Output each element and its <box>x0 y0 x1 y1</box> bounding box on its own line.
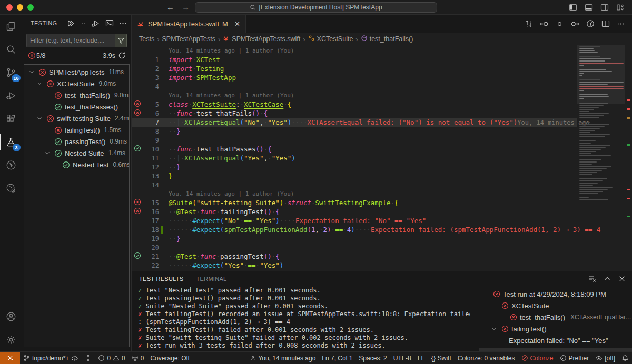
run-tests-timer-icon[interactable] <box>586 19 595 28</box>
test-result-item[interactable]: failingTest() <box>479 323 632 335</box>
code-line-10[interactable]: 10··func·test_thatPasses()·{ <box>132 145 577 154</box>
test-results-log[interactable]: ✓ Test "Nested Test" passed after 0.001 … <box>132 287 470 350</box>
go-forward-button[interactable]: → <box>182 3 190 12</box>
code-line-22[interactable]: 22······#expect("Yes"·==·"Yes") <box>132 261 577 270</box>
code-line-12[interactable]: 12··} <box>132 163 577 171</box>
code-line-14[interactable]: 14 <box>132 180 577 189</box>
test-tree-item[interactable]: Nested Test0.6ms <box>24 159 129 170</box>
code-line-7[interactable]: 7··|·XCTAssertEqual("No",·"Yes")····XCTA… <box>132 118 577 127</box>
code-line-19[interactable]: 19··} <box>132 234 577 243</box>
run-dropdown-chevron-icon[interactable] <box>81 21 86 26</box>
extensions-icon[interactable] <box>0 107 22 130</box>
gutter-test-passed-icon[interactable] <box>134 145 141 154</box>
eol-status[interactable]: LF <box>414 352 428 364</box>
run-all-tests-icon[interactable] <box>67 19 76 28</box>
indentation-status[interactable]: Spaces: 2 <box>355 352 390 364</box>
test-tree-item[interactable]: test_thatPasses() <box>24 101 129 113</box>
more-actions-icon[interactable] <box>119 19 127 27</box>
remote-indicator[interactable] <box>0 352 20 364</box>
toggle-secondary-sidebar-icon[interactable] <box>600 3 609 12</box>
explorer-icon[interactable] <box>0 15 22 38</box>
toggle-primary-sidebar-icon[interactable] <box>569 3 577 12</box>
settings-gear-icon[interactable] <box>0 328 22 351</box>
test-tree-item[interactable]: XCTestSuite9.0ms <box>24 78 129 89</box>
code-line-9[interactable]: 9 <box>132 136 577 145</box>
test-passed-icon[interactable] <box>54 149 63 157</box>
close-window-button[interactable] <box>6 4 13 11</box>
test-failed-icon[interactable] <box>54 92 63 99</box>
breadcrumb-item[interactable]: XCTestSuite <box>308 35 353 43</box>
test-tree-item[interactable]: test_thatFails()9.0ms <box>24 89 129 101</box>
code-line-6[interactable]: 6··func·test_thatFails()·{ <box>132 109 577 118</box>
test-passed-icon[interactable] <box>54 103 63 111</box>
code-line-5[interactable]: 5class·XCTestSuite:·XCTestCase·{ <box>132 100 577 109</box>
code-line-11[interactable]: 11··|·XCTAssertEqual("Yes",·"Yes") <box>132 154 577 163</box>
encoding-status[interactable]: UTF-8 <box>390 352 414 364</box>
test-passed-icon[interactable] <box>62 161 71 169</box>
breadcrumb-item[interactable]: SPMTestAppTests <box>162 35 215 43</box>
test-passed-icon[interactable] <box>54 138 63 146</box>
minimap[interactable] <box>577 45 625 271</box>
code-line-13[interactable]: 13} <box>132 171 577 180</box>
tab-terminal[interactable]: TERMINAL <box>196 271 227 286</box>
breadcrumb-item[interactable]: SPMTestAppTests.swift <box>223 35 300 43</box>
test-tree-item[interactable]: passingTest()0.9ms <box>24 136 129 147</box>
problems-status[interactable]: 0 0 <box>95 352 128 364</box>
prettier-status[interactable]: Prettier <box>557 352 592 364</box>
close-panel-icon[interactable] <box>618 275 626 282</box>
tab-spmtestapptests[interactable]: SPMTestAppTests.swift M ✕ <box>132 15 246 33</box>
previous-change-icon[interactable] <box>540 19 549 28</box>
filter-button[interactable] <box>115 34 127 47</box>
test-filter-input[interactable] <box>26 34 115 47</box>
language-mode-status[interactable]: {} Swift <box>428 352 455 364</box>
test-failed-icon[interactable] <box>54 126 63 134</box>
coverage-status[interactable]: Coverage: Off <box>147 352 192 364</box>
go-back-button[interactable]: ← <box>166 3 174 12</box>
gutter-test-failed-icon[interactable] <box>134 109 141 118</box>
tab-test-results[interactable]: TEST RESULTS <box>139 271 184 286</box>
test-failed-icon[interactable] <box>46 80 55 88</box>
gutter-test-passed-icon[interactable] <box>134 252 141 261</box>
test-failed-icon[interactable] <box>38 68 47 76</box>
code-line-1[interactable]: 1import·XCTest <box>132 55 577 64</box>
collapse-panel-icon[interactable] <box>604 275 611 282</box>
minimize-window-button[interactable] <box>17 4 23 11</box>
results-scrollbar[interactable] <box>479 348 632 351</box>
test-failed-icon[interactable] <box>46 115 55 123</box>
testing-view-icon[interactable]: 3 <box>0 130 22 154</box>
breadcrumb-item[interactable]: Tests <box>139 35 154 43</box>
code-line-3[interactable]: 3import·SPMTestApp <box>132 73 577 82</box>
blame-status[interactable]: You, 14 minutes ago <box>246 352 319 364</box>
code-line-8[interactable]: 8··} <box>132 127 577 136</box>
test-coverage-icon[interactable] <box>0 177 22 200</box>
code-line-17[interactable]: 17······#expect("No"·==·"Yes")····Expect… <box>132 216 577 225</box>
change-dot-icon[interactable] <box>556 20 564 28</box>
notifications-bell[interactable] <box>618 352 632 364</box>
test-tree-item[interactable]: SPMTestAppTests11ms <box>24 66 129 78</box>
test-result-item[interactable]: XCTestSuite <box>479 300 632 311</box>
test-tree-item[interactable]: Nested Suite1.4ms <box>24 147 129 159</box>
code-line-20[interactable]: 20 <box>132 243 577 252</box>
split-editor-icon[interactable] <box>601 19 610 28</box>
ports-status[interactable]: 0 <box>129 352 147 364</box>
next-change-icon[interactable] <box>570 19 579 28</box>
test-tree-item[interactable]: failingTest()1.5ms <box>24 124 129 136</box>
code-line-21[interactable]: 21··@Test·func·passingTest()·{ <box>132 252 577 261</box>
editor-more-actions-icon[interactable] <box>617 20 625 28</box>
breadcrumb-item[interactable]: test_thatFails() <box>361 35 413 43</box>
search-view-icon[interactable] <box>0 38 22 61</box>
gitlens-status[interactable] <box>82 352 95 364</box>
open-changes-icon[interactable] <box>525 19 533 28</box>
toggle-panel-icon[interactable] <box>585 3 593 12</box>
code-line-18[interactable]: 18······#expect(spmTestAppFunctionAdd(1,… <box>132 225 577 234</box>
refresh-tests-icon[interactable] <box>118 52 126 59</box>
accounts-icon[interactable] <box>0 305 22 328</box>
test-tree-item[interactable]: swift-testing Suite2.4ms <box>24 113 129 124</box>
source-control-icon[interactable]: 16 <box>0 61 22 84</box>
test-result-item[interactable]: Expectation failed: "No" == "Yes" <box>479 335 632 346</box>
code-line-16[interactable]: 16··@Test·func·failingTest()·{ <box>132 207 577 216</box>
colorize-status[interactable]: Colorize <box>518 352 557 364</box>
close-tab-icon[interactable]: ✕ <box>234 20 240 28</box>
screenreader-status[interactable]: [off] <box>592 352 618 364</box>
branch-status[interactable]: topic/demo*+ <box>20 352 82 364</box>
